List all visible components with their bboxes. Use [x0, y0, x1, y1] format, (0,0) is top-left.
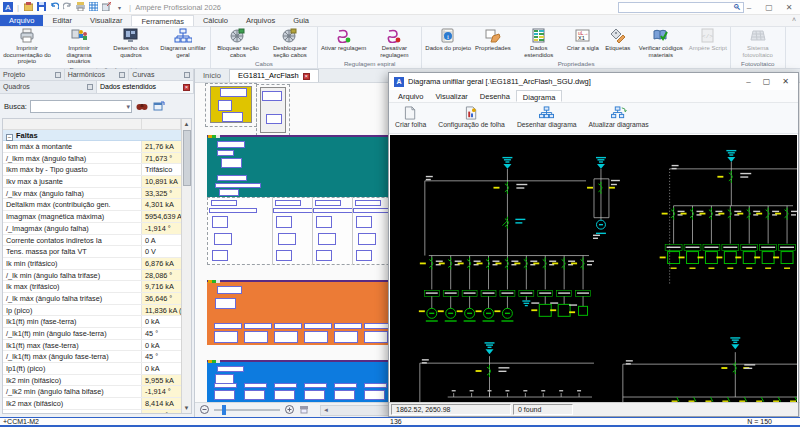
row-value[interactable]: 21,76 kA	[142, 141, 181, 152]
minimize-button[interactable]: –	[746, 77, 750, 86]
table-row[interactable]: Ik min (trifásico)6,876 kA	[3, 258, 181, 270]
menu-tab-ferramentas[interactable]: Ferramentas	[131, 15, 194, 26]
window-export-icon[interactable]	[152, 100, 166, 112]
row-value[interactable]: 4,301 kA	[142, 199, 181, 210]
row-value[interactable]: 0 A	[142, 235, 181, 246]
undo-button[interactable]	[49, 2, 60, 13]
binoculars-icon[interactable]	[135, 100, 149, 112]
busca-combobox[interactable]: ▾	[30, 100, 132, 113]
print-button[interactable]	[75, 2, 86, 13]
row-value[interactable]: 5,955 kA	[142, 375, 181, 386]
ribbon-button-desenho-dos-quadros[interactable]: Desenho dos quadros	[105, 27, 157, 58]
menu-tab-arquivos[interactable]: Arquivos	[237, 15, 284, 26]
diagram-window-titlebar[interactable]: A Diagrama unifilar geral [.\EG1811_ArcF…	[389, 73, 798, 90]
row-value[interactable]: 6,646 °	[142, 410, 181, 413]
sidebar-tab-projeto[interactable]: Projeto	[0, 69, 65, 80]
scroll-thumb[interactable]	[183, 130, 191, 186]
row-value[interactable]: 0 kA	[142, 363, 181, 374]
maximize-button[interactable]: ▢	[763, 77, 771, 86]
row-value[interactable]: 28,086 °	[142, 270, 181, 281]
qat-dropdown-icon[interactable]: ▾	[114, 2, 125, 13]
save-button[interactable]	[36, 2, 47, 13]
menu-tab-calculo[interactable]: Cálculo	[194, 15, 237, 26]
unifilar-diagram-canvas[interactable]	[390, 135, 797, 402]
ribbon-button-desativar-regulagem[interactable]: Desativar regulagem	[368, 27, 420, 58]
print-preview-icon[interactable]	[299, 405, 309, 416]
menu-tab-editar[interactable]: Editar	[43, 15, 81, 26]
ribbon-button-imprimir-diagrama-usuarios[interactable]: Imprimir diagrama usuários	[53, 27, 105, 65]
row-value[interactable]: 0 kA	[142, 340, 181, 351]
sidebar-tab-dados-estendidos[interactable]: Dados estendidos×	[97, 81, 194, 93]
maximize-button[interactable]: ▢	[764, 3, 774, 12]
table-row[interactable]: Tens. massa por falta VT0 V	[3, 246, 181, 258]
pin-icon[interactable]	[55, 72, 61, 78]
row-value[interactable]: 5954,639 A	[142, 211, 181, 222]
table-row[interactable]: Ik1(ft) min (fase-terra)0 kA	[3, 316, 181, 328]
vertical-scrollbar[interactable]: ▲ ▼	[181, 119, 191, 413]
table-row[interactable]: Ik max (trifásico)9,716 kA	[3, 281, 181, 293]
row-value[interactable]: 8,414 kA	[142, 398, 181, 409]
row-value[interactable]: 10,891 kA	[142, 176, 181, 187]
table-row[interactable]: /_Ik máx (ângulo falha trifase)36,646 °	[3, 293, 181, 305]
ribbon-button-diagrama-unifilar-geral[interactable]: Diagrama unifilar geral	[157, 27, 209, 58]
table-row[interactable]: /_Ik min (ângulo falha trifase)28,086 °	[3, 270, 181, 282]
dwg-menu-diagrama[interactable]: Diagrama	[516, 90, 563, 102]
row-value[interactable]: 71,673 °	[142, 153, 181, 164]
row-value[interactable]: -1,914 °	[142, 223, 181, 234]
collapse-ribbon-icon[interactable]: ˄	[792, 16, 796, 23]
export-button[interactable]	[101, 2, 112, 13]
table-row[interactable]: /_Ik2 min (ângulo falha bifase)-1,914 °	[3, 386, 181, 398]
row-value[interactable]: 45 °	[142, 328, 181, 339]
table-row[interactable]: DeltaIkm máx (contribuição gen.4,301 kA	[3, 199, 181, 211]
ribbon-button-verificar-codigos-materiais[interactable]: Verificar códigos materiais	[635, 27, 687, 58]
pin-icon[interactable]	[87, 84, 93, 90]
open-button[interactable]	[23, 2, 34, 13]
sidebar-tab-curvas[interactable]: Curvas	[129, 69, 194, 80]
zoom-in-icon[interactable]	[285, 405, 294, 416]
table-row[interactable]: /_Ikv máx (ângulo falha)33,325 °	[3, 188, 181, 200]
group-row-faltas[interactable]: −Faltas	[3, 130, 181, 141]
ribbon-button-ativar-regulagem[interactable]: Ativar regulagem	[319, 27, 368, 52]
zoom-slider-handle[interactable]	[222, 405, 226, 415]
ribbon-button-bloquear-secao-cabos[interactable]: Bloquear seção cabos	[212, 27, 264, 58]
ribbon-button-etiquetas[interactable]: Etiquetas	[601, 27, 635, 52]
dwg-toolbar-configuracao-de-folha[interactable]: Configuração de folha	[438, 105, 505, 128]
table-row[interactable]: Corrente contatos indiretos Ia0 A	[3, 235, 181, 247]
row-value[interactable]: -1,914 °	[142, 386, 181, 397]
sidebar-tab-quadros[interactable]: Quadros	[0, 81, 97, 93]
close-button[interactable]: ✕	[782, 77, 789, 86]
close-tab-icon[interactable]: ×	[303, 73, 310, 80]
menu-tab-guia[interactable]: Guia	[284, 15, 318, 26]
table-row[interactable]: Ip (pico)11,836 kA (Lim.)	[3, 305, 181, 317]
close-button[interactable]: ✕	[784, 3, 794, 12]
redo-button[interactable]	[62, 2, 73, 13]
menu-tab-arquivo[interactable]: Arquivo	[0, 15, 43, 26]
table-row[interactable]: /_Ik1(ft) min (ângulo fase-terra)45 °	[3, 328, 181, 340]
row-value[interactable]: 0 V	[142, 246, 181, 257]
pin-icon[interactable]	[184, 72, 190, 78]
table-row[interactable]: Imagmax (magnética máxima)5954,639 A	[3, 211, 181, 223]
scroll-left-icon[interactable]: ◄	[323, 407, 329, 413]
zoom-out-icon[interactable]	[200, 405, 209, 416]
table-row[interactable]: /_Ik1(ft) máx (ângulo fase-terra)45 °	[3, 351, 181, 363]
dwg-menu-visualizar[interactable]: Visualizar	[429, 90, 473, 102]
document-tab-inicio[interactable]: Início	[195, 69, 229, 82]
menu-tab-visualizar[interactable]: Visualizar	[81, 15, 131, 26]
dwg-toolbar-atualizar-diagramas[interactable]: Atualizar diagramas	[589, 105, 649, 128]
table-row[interactable]: /_Ik2 máx (ângulo falha bifase)6,646 °	[3, 410, 181, 413]
dwg-menu-desenha[interactable]: Desenha	[474, 90, 516, 102]
table-row[interactable]: Ikm máx by - Tipo guastoTrifásico	[3, 164, 181, 176]
pin-icon[interactable]	[119, 72, 125, 78]
row-value[interactable]: 0 kA	[142, 316, 181, 327]
row-value[interactable]: 11,836 kA (Lim.)	[142, 305, 181, 316]
ribbon-button-criar-a-sigla[interactable]: uL→X1Criar a sigla	[565, 27, 601, 52]
ribbon-button-propriedades[interactable]: Propriedades	[473, 27, 513, 52]
dwg-toolbar-desenhar-diagrama[interactable]: Desenhar diagrama	[517, 105, 577, 128]
table-row[interactable]: Ik2 max (bifásico)8,414 kA	[3, 398, 181, 410]
scroll-down-icon[interactable]: ▼	[184, 403, 190, 413]
document-tab-eg1811-arcflash[interactable]: EG1811_ArcFlash×	[229, 69, 319, 82]
row-value[interactable]: 45 °	[142, 351, 181, 362]
ribbon-button-dados-do-projeto[interactable]: iDados do projeto	[423, 27, 473, 52]
row-value[interactable]: 6,876 kA	[142, 258, 181, 269]
dwg-menu-arquivo[interactable]: Arquivo	[392, 90, 429, 102]
